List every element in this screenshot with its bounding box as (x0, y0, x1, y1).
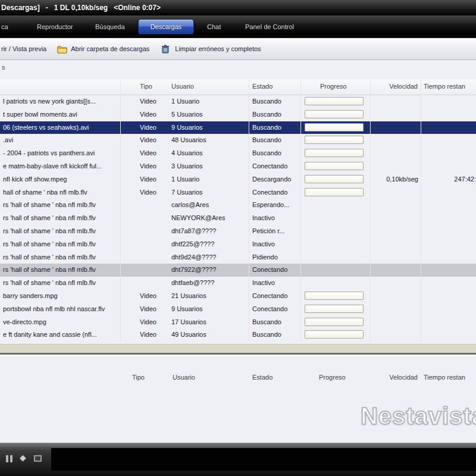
table-row[interactable]: .avi Video 48 Usuarios Buscando (0, 134, 476, 147)
table-row[interactable]: rs 'hall of shame ' nba nfl mlb.flv dhtf… (0, 277, 476, 290)
row-time-remaining (421, 251, 476, 264)
trash-icon (161, 45, 171, 54)
header-tipo[interactable]: Tipo (140, 83, 152, 90)
header-velocidad[interactable]: Velocidad (369, 83, 418, 90)
window-title: Descargas] - 1 DL 0,10kb/seg <Online 0:0… (0, 0, 476, 15)
tab-bar: ca Reproductor Búsqueda Descargas Chat P… (0, 15, 476, 38)
table-row[interactable]: e matm-baby-slave nfl kickoff ful... Vid… (0, 160, 476, 173)
tab-panel-de-control[interactable]: Panel de Control (245, 15, 294, 38)
table-row[interactable]: - 2004 - patriots vs panthers.avi Video … (0, 147, 476, 160)
row-user: dhtf225@???? (171, 238, 214, 251)
row-status: Conectando (252, 186, 301, 199)
clean-errors-label: Limpiar erróneos y completos (175, 45, 261, 52)
row-time-remaining (421, 186, 476, 199)
table-row[interactable]: t super bowl moments.avi Video 5 Usuario… (0, 108, 476, 121)
row-user: 1 Usuario (171, 173, 199, 186)
open-download-folder-label: Abrir carpeta de descargas (71, 45, 149, 52)
header-tiempo-restante[interactable]: Tiempo restan (424, 374, 476, 381)
table-row[interactable]: l patriots vs new york giants[[s... Vide… (0, 95, 476, 108)
table-row[interactable]: rs 'hall of shame ' nba nfl mlb.flv dht7… (0, 225, 476, 238)
header-progreso[interactable]: Progreso (319, 374, 346, 381)
table-row[interactable]: e ft danity kane and cassie (nfl... Vide… (0, 328, 476, 342)
table-row[interactable]: 06 (steelers vs seahawks).avi Video 9 Us… (0, 121, 476, 134)
video-display-area (51, 448, 476, 471)
row-status: Inactivo (252, 238, 301, 251)
row-time-remaining (421, 108, 476, 121)
tab-library-cut[interactable]: ca (1, 15, 8, 38)
row-speed (368, 160, 418, 173)
row-speed (368, 303, 418, 316)
table-row[interactable]: barry sanders.mpg Video 21 Usuarios Cone… (0, 290, 476, 303)
row-filename: ve-directo.mpg (3, 316, 118, 329)
video-window-icon[interactable] (34, 455, 42, 462)
row-time-remaining (421, 328, 476, 342)
row-status: Inactivo (252, 212, 301, 225)
row-user: dht7922@???? (171, 264, 216, 277)
clean-errors-button[interactable]: Limpiar erróneos y completos (161, 45, 261, 54)
row-user: dhtfaeb@???? (171, 277, 214, 290)
row-status: Buscando (252, 121, 301, 134)
column-divider (249, 79, 249, 342)
table-row[interactable]: rs 'hall of shame ' nba nfl mlb.flv NEWY… (0, 212, 476, 225)
table-row[interactable]: ve-directo.mpg Video 17 Usuarios Buscand… (0, 316, 476, 329)
row-type: Video (140, 95, 156, 108)
row-user: 21 Usuarios (171, 290, 206, 303)
table-row[interactable]: rs 'hall of shame ' nba nfl mlb.flv dht7… (0, 264, 476, 277)
row-type: Video (140, 303, 156, 316)
row-filename: rs 'hall of shame ' nba nfl mlb.flv (3, 212, 118, 225)
row-type: Video (140, 160, 156, 173)
row-status: Conectando (252, 290, 301, 303)
row-type: Video (140, 290, 156, 303)
header-estado[interactable]: Estado (252, 374, 273, 381)
header-progreso[interactable]: Progreso (320, 83, 347, 90)
open-download-folder-button[interactable]: Abrir carpeta de descargas (57, 45, 149, 54)
row-time-remaining (421, 290, 476, 303)
row-speed (368, 316, 418, 329)
row-user: 4 Usuarios (171, 147, 203, 160)
diamond-icon[interactable]: ◆ (20, 452, 26, 464)
tab-chat[interactable]: Chat (207, 15, 221, 38)
row-time-remaining (421, 134, 476, 147)
panel-divider (0, 344, 476, 355)
tab-descargas-active[interactable]: Descargas (138, 19, 194, 35)
header-usuario[interactable]: Usuario (173, 374, 195, 381)
row-type: Video (140, 134, 156, 147)
tab-reproductor[interactable]: Reproductor (37, 15, 73, 38)
table-row[interactable]: rs 'hall of shame ' nba nfl mlb.flv dht9… (0, 251, 476, 264)
row-filename: rs 'hall of shame ' nba nfl mlb.flv (3, 251, 118, 264)
column-divider (421, 79, 421, 342)
row-speed (368, 121, 418, 134)
row-type: Video (140, 186, 156, 199)
row-user: 17 Usuarios (171, 316, 206, 329)
row-filename: rs 'hall of shame ' nba nfl mlb.flv (3, 225, 118, 238)
row-status: Buscando (252, 95, 301, 108)
pause-icon[interactable] (6, 455, 12, 462)
table-row[interactable]: hall of shame ' nba nfl mlb.flv Video 7 … (0, 186, 476, 199)
header-usuario[interactable]: Usuario (171, 83, 194, 90)
downloads-table: Tipo Usuario Estado Progreso Velocidad T… (0, 79, 476, 342)
row-filename: portsbowl nba nfl mlb nhl nascar.flv (3, 303, 118, 316)
table-row[interactable]: nfl kick off show.mpeg Video 1 Usuario D… (0, 173, 476, 186)
header-tiempo-restante[interactable]: Tiempo restan (424, 83, 476, 90)
row-filename: e ft danity kane and cassie (nfl... (3, 328, 118, 342)
watermark: Nestavista (361, 403, 476, 430)
progress-bar (305, 149, 364, 157)
row-type: Video (140, 316, 156, 329)
header-tipo[interactable]: Tipo (132, 374, 145, 381)
progress-bar (305, 136, 364, 144)
table-row[interactable]: rs 'hall of shame ' nba nfl mlb.flv carl… (0, 199, 476, 212)
row-filename: .avi (3, 134, 118, 147)
header-estado[interactable]: Estado (252, 83, 273, 90)
tab-busqueda[interactable]: Búsqueda (95, 15, 125, 38)
row-speed (368, 277, 418, 290)
row-time-remaining (421, 316, 476, 329)
table-row[interactable]: rs 'hall of shame ' nba nfl mlb.flv dhtf… (0, 238, 476, 251)
row-status: Inactivo (252, 277, 301, 290)
row-filename: rs 'hall of shame ' nba nfl mlb.flv (3, 199, 118, 212)
table-row[interactable]: portsbowl nba nfl mlb nhl nascar.flv Vid… (0, 303, 476, 316)
open-preview-button[interactable]: rir / Vista previa (1, 45, 46, 52)
lower-transfers-panel: Tipo Usuario Estado Progreso Velocidad T… (0, 355, 476, 443)
row-filename: t super bowl moments.avi (3, 108, 118, 121)
header-velocidad[interactable]: Velocidad (369, 374, 418, 381)
open-preview-label: rir / Vista previa (1, 45, 46, 52)
